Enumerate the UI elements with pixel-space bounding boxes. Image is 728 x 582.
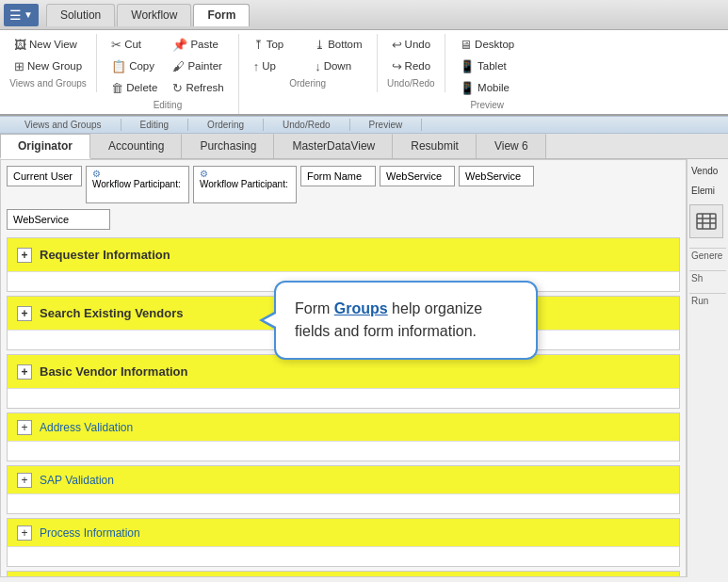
form-group-header-basic-vendor[interactable]: + Basic Vendor Information xyxy=(8,355,679,389)
field-workflow-participant-1[interactable]: ⚙ Workflow Participant: xyxy=(86,166,189,203)
form-group-header-process[interactable]: + Process Information xyxy=(8,519,679,547)
redo-button[interactable]: ↪ Redo xyxy=(385,56,438,76)
ribbon-group-label-undo: Undo/Redo xyxy=(387,78,435,89)
form-group-label-process: Process Information xyxy=(40,526,140,540)
form-group-sap: + SAP Validation xyxy=(7,465,680,514)
refresh-button[interactable]: ↻ Refresh xyxy=(166,77,230,98)
tab-purchasing[interactable]: Purchasing xyxy=(182,134,274,158)
ribbon-section-bar: Views and Groups Editing Ordering Undo/R… xyxy=(0,116,728,134)
desktop-icon: 🖥 xyxy=(460,38,472,52)
app-menu[interactable]: ☰ ▼ xyxy=(4,4,39,26)
section-editing: Editing xyxy=(121,119,189,131)
paste-icon: 📌 xyxy=(172,38,187,52)
bottom-icon: ⤓ xyxy=(315,38,325,52)
right-panel-icon-table[interactable] xyxy=(689,204,723,238)
field-web-service-1[interactable]: WebService xyxy=(380,166,455,186)
ribbon-group-views-groups: 🖼 New View ⊞ New Group Views and Groups xyxy=(0,34,97,92)
tooltip-link[interactable]: Groups xyxy=(334,300,388,316)
form-group-label-search: Search Existing Vendors xyxy=(40,306,183,320)
redo-icon: ↪ xyxy=(392,59,402,73)
section-undo-redo: Undo/Redo xyxy=(264,119,350,131)
delete-icon: 🗑 xyxy=(111,81,123,95)
copy-icon: 📋 xyxy=(111,59,126,73)
form-group-content-basic-vendor xyxy=(8,389,679,408)
expand-process-icon[interactable]: + xyxy=(17,525,32,541)
form-group-label-address: Address Validation xyxy=(40,421,133,434)
tab-view6[interactable]: View 6 xyxy=(477,134,546,158)
tablet-icon: 📱 xyxy=(460,59,475,73)
form-group-debug: + Debug Information xyxy=(7,571,680,577)
view-tabs: Originator Accounting Purchasing MasterD… xyxy=(0,134,728,159)
expand-basic-vendor-icon[interactable]: + xyxy=(17,364,32,380)
menu-arrow-icon: ▼ xyxy=(24,9,33,20)
ribbon-group-ordering: ⤒ Top ⤓ Bottom ↑ Up ↓ Down Ordering xyxy=(239,34,378,92)
tab-resubmit[interactable]: Resubmit xyxy=(393,134,477,158)
expand-sap-icon[interactable]: + xyxy=(17,473,32,488)
field-form-name[interactable]: Form Name xyxy=(300,166,376,186)
mobile-button[interactable]: 📱 Mobile xyxy=(453,77,521,98)
main-area: Current User ⚙ Workflow Participant: ⚙ W… xyxy=(0,159,728,577)
bottom-button[interactable]: ⤓ Bottom xyxy=(308,34,368,55)
ribbon-group-editing: ✂ Cut 📋 Copy 🗑 Delete 📌 Paste xyxy=(97,34,239,114)
tab-accounting[interactable]: Accounting xyxy=(90,134,182,158)
ribbon-group-label-ordering: Ordering xyxy=(289,78,326,89)
cut-icon: ✂ xyxy=(111,38,121,52)
delete-button[interactable]: 🗑 Delete xyxy=(105,77,164,98)
down-button[interactable]: ↓ Down xyxy=(308,56,368,76)
form-group-label-requester: Requester Information xyxy=(40,248,170,262)
section-ordering: Ordering xyxy=(188,119,264,131)
form-group-content-address xyxy=(8,442,679,461)
tooltip-text-before: Form xyxy=(295,300,334,316)
new-view-icon: 🖼 xyxy=(14,38,26,52)
field-web-service-2[interactable]: WebService xyxy=(459,166,534,186)
refresh-icon: ↻ xyxy=(172,81,183,95)
ribbon-group-preview: 🖥 Desktop 📱 Tablet 📱 Mobile Preview xyxy=(445,34,528,114)
ribbon-group-label-editing: Editing xyxy=(154,100,183,110)
field-current-user[interactable]: Current User xyxy=(7,166,82,186)
ribbon-group-label-views: Views and Groups xyxy=(9,78,87,89)
tab-solution[interactable]: Solution xyxy=(46,4,115,26)
field-web-service-bottom[interactable]: WebService xyxy=(7,209,110,230)
form-group-basic-vendor: + Basic Vendor Information xyxy=(7,354,680,409)
expand-search-icon[interactable]: + xyxy=(17,306,32,321)
svg-rect-0 xyxy=(697,214,716,229)
undo-button[interactable]: ↩ Undo xyxy=(385,34,438,55)
tab-workflow[interactable]: Workflow xyxy=(117,4,191,26)
right-panel: Vendo Elemi Genere Sh Run xyxy=(687,159,728,577)
section-views-groups: Views and Groups xyxy=(6,119,121,131)
right-panel-general[interactable]: Genere xyxy=(689,248,726,263)
expand-requester-icon[interactable]: + xyxy=(17,248,32,263)
form-fields-row: Current User ⚙ Workflow Participant: ⚙ W… xyxy=(7,166,680,203)
expand-address-icon[interactable]: + xyxy=(17,420,32,435)
right-panel-vendor[interactable]: Vendo xyxy=(689,163,726,179)
section-preview: Preview xyxy=(350,119,423,131)
cut-button[interactable]: ✂ Cut xyxy=(105,34,164,55)
new-group-icon: ⊞ xyxy=(14,59,24,73)
field-workflow-participant-2[interactable]: ⚙ Workflow Participant: xyxy=(193,166,297,203)
tab-master-data-view[interactable]: MasterDataView xyxy=(274,134,393,158)
tablet-button[interactable]: 📱 Tablet xyxy=(453,56,521,76)
new-view-button[interactable]: 🖼 New View xyxy=(8,34,89,55)
right-panel-run[interactable]: Run xyxy=(689,293,726,308)
new-group-button[interactable]: ⊞ New Group xyxy=(8,56,89,76)
desktop-button[interactable]: 🖥 Desktop xyxy=(453,34,521,55)
right-panel-sh[interactable]: Sh xyxy=(689,270,726,285)
right-panel-element[interactable]: Elemi xyxy=(689,183,726,199)
paste-button[interactable]: 📌 Paste xyxy=(166,34,230,55)
top-button[interactable]: ⤒ Top xyxy=(247,34,307,55)
form-group-header-requester[interactable]: + Requester Information xyxy=(8,238,679,272)
form-group-header-sap[interactable]: + SAP Validation xyxy=(8,466,679,494)
form-group-header-debug[interactable]: + Debug Information xyxy=(8,572,679,577)
title-bar: ☰ ▼ Solution Workflow Form xyxy=(0,0,728,30)
tab-originator[interactable]: Originator xyxy=(0,134,90,159)
form-group-label-sap: SAP Validation xyxy=(40,474,114,487)
form-group-content-process xyxy=(8,547,679,566)
tab-form[interactable]: Form xyxy=(193,4,250,26)
ribbon-group-label-preview: Preview xyxy=(470,100,504,110)
up-button[interactable]: ↑ Up xyxy=(247,56,307,76)
hamburger-icon: ☰ xyxy=(9,8,22,23)
painter-icon: 🖌 xyxy=(172,59,185,73)
form-group-header-address[interactable]: + Address Validation xyxy=(8,413,679,442)
painter-button[interactable]: 🖌 Painter xyxy=(166,56,230,76)
copy-button[interactable]: 📋 Copy xyxy=(105,56,164,76)
